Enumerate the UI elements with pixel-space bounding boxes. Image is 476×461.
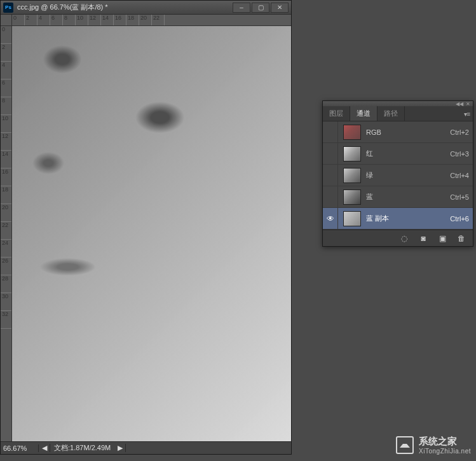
watermark: 系统之家 XiTongZhiJia.net [396, 436, 471, 455]
panel-footer: ◌ ◙ ▣ 🗑 [323, 230, 473, 246]
ruler-tick: 8 [1, 97, 11, 115]
ruler-tick: 14 [1, 151, 11, 169]
channel-name[interactable]: 蓝 副本 [366, 214, 450, 223]
channel-list: RGBCtrl+2红Ctrl+3绿Ctrl+4蓝Ctrl+5👁蓝 副本Ctrl+… [323, 121, 473, 230]
ruler-origin[interactable] [1, 15, 12, 26]
channel-row-green[interactable]: 绿Ctrl+4 [323, 165, 473, 186]
channel-row-red[interactable]: 红Ctrl+3 [323, 143, 473, 165]
ruler-tick: 16 [114, 15, 126, 25]
visibility-toggle[interactable] [323, 165, 338, 186]
watermark-cn: 系统之家 [419, 436, 471, 448]
ruler-tick: 4 [1, 62, 11, 79]
status-menu-icon[interactable]: ▶ [114, 444, 126, 452]
ruler-tick: 32 [1, 311, 11, 329]
ruler-tick: 6 [50, 15, 63, 25]
document-window: Ps ccc.jpg @ 66.7%(蓝 副本/8) * – ▢ ✕ 02468… [0, 0, 292, 455]
channel-shortcut: Ctrl+2 [450, 128, 469, 136]
window-controls: – ▢ ✕ [233, 3, 289, 13]
status-bar: 66.67% ◀ 文档:1.87M/2.49M ▶ [1, 441, 291, 454]
channel-row-rgb[interactable]: RGBCtrl+2 [323, 121, 473, 143]
channel-shortcut: Ctrl+3 [450, 150, 469, 158]
channel-name[interactable]: 红 [366, 149, 450, 158]
visibility-toggle[interactable] [323, 121, 338, 142]
channel-thumbnail[interactable] [343, 211, 361, 226]
channel-thumbnail[interactable] [343, 189, 361, 205]
tab-channels[interactable]: 通道 [350, 106, 377, 121]
panel-menu-icon[interactable]: ▾≡ [461, 106, 473, 121]
ruler-tick: 10 [1, 115, 11, 133]
ruler-tick: 8 [63, 15, 76, 25]
ruler-tick: 14 [101, 15, 114, 25]
channel-shortcut: Ctrl+6 [450, 215, 469, 223]
ruler-tick: 18 [1, 186, 11, 204]
ruler-tick: 2 [1, 44, 11, 62]
maximize-button[interactable]: ▢ [252, 3, 269, 13]
ruler-tick: 22 [152, 15, 165, 25]
ruler-tick: 30 [1, 293, 11, 311]
ruler-tick: 0 [1, 26, 11, 44]
channel-row-blue[interactable]: 蓝Ctrl+5 [323, 186, 473, 208]
titlebar[interactable]: Ps ccc.jpg @ 66.7%(蓝 副本/8) * – ▢ ✕ [1, 1, 291, 15]
info-label: 文档: [54, 444, 70, 451]
ruler-tick: 20 [139, 15, 152, 25]
channel-shortcut: Ctrl+5 [450, 193, 469, 201]
new-channel-icon[interactable]: ▣ [437, 233, 447, 244]
channels-panel: ◀◀ ✕ 图层 通道 路径 ▾≡ RGBCtrl+2红Ctrl+3绿Ctrl+4… [322, 100, 473, 247]
visibility-toggle[interactable] [323, 143, 338, 164]
visibility-toggle[interactable] [323, 186, 338, 207]
status-prev-icon[interactable]: ◀ [39, 444, 50, 452]
watermark-logo-icon [396, 436, 414, 454]
visibility-toggle[interactable]: 👁 [323, 208, 338, 229]
ruler-tick: 2 [25, 15, 37, 25]
ruler-tick: 18 [126, 15, 139, 25]
canvas-image [12, 26, 291, 441]
ruler-tick: 4 [37, 15, 50, 25]
canvas[interactable] [12, 26, 291, 441]
delete-channel-icon[interactable]: 🗑 [456, 233, 466, 244]
load-selection-icon[interactable]: ◌ [399, 233, 409, 244]
close-button[interactable]: ✕ [271, 3, 289, 13]
minimize-button[interactable]: – [233, 3, 250, 13]
ruler-tick: 0 [12, 15, 25, 25]
save-selection-icon[interactable]: ◙ [418, 233, 428, 244]
tab-layers[interactable]: 图层 [323, 106, 350, 121]
channel-name[interactable]: RGB [366, 128, 450, 136]
info-value: 1.87M/2.49M [70, 444, 111, 451]
watermark-en: XiTongZhiJia.net [419, 448, 471, 455]
panel-tabs: 图层 通道 路径 ▾≡ [323, 106, 473, 121]
document-info[interactable]: 文档:1.87M/2.49M [50, 443, 114, 453]
tab-paths[interactable]: 路径 [377, 106, 405, 121]
ruler-tick: 20 [1, 204, 11, 222]
channel-name[interactable]: 蓝 [366, 192, 450, 202]
panel-drag-bar[interactable]: ◀◀ ✕ [323, 101, 473, 106]
ruler-tick: 10 [76, 15, 88, 25]
channel-name[interactable]: 绿 [366, 170, 450, 180]
ruler-horizontal[interactable]: 0246810121416182022 [12, 15, 291, 26]
ruler-tick: 12 [1, 133, 11, 151]
channel-thumbnail[interactable] [343, 146, 361, 162]
ruler-tick: 28 [1, 275, 11, 293]
ruler-vertical[interactable]: 02468101214161820222426283032 [1, 26, 12, 441]
document-title: ccc.jpg @ 66.7%(蓝 副本/8) * [17, 3, 233, 12]
ruler-tick: 22 [1, 222, 11, 240]
ruler-tick: 12 [88, 15, 101, 25]
ruler-tick: 24 [1, 240, 11, 258]
channel-row-bluecopy[interactable]: 👁蓝 副本Ctrl+6 [323, 208, 473, 230]
channel-thumbnail[interactable] [343, 168, 361, 183]
ruler-tick: 6 [1, 79, 11, 97]
ruler-tick: 16 [1, 169, 11, 186]
ruler-tick: 26 [1, 258, 11, 275]
zoom-level[interactable]: 66.67% [1, 444, 39, 452]
channel-thumbnail[interactable] [343, 125, 361, 140]
channel-shortcut: Ctrl+4 [450, 172, 469, 179]
photoshop-icon: Ps [3, 3, 13, 13]
